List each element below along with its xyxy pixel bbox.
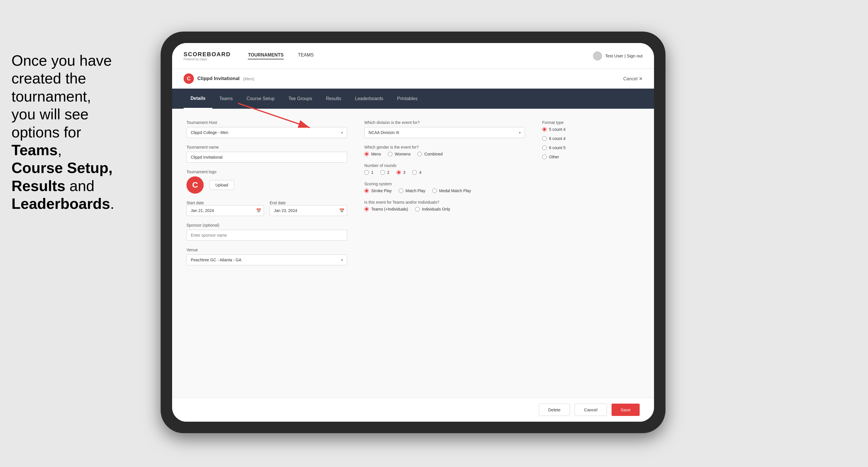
logo-upload-area: C Upload [186, 177, 347, 194]
nav-link-tournaments[interactable]: TOURNAMENTS [248, 53, 283, 59]
avatar [593, 51, 602, 61]
breadcrumb-tournament-name: Clippd Invitational [197, 76, 240, 82]
delete-button[interactable]: Delete [539, 404, 570, 416]
scoring-stroke[interactable]: Stroke Play [364, 188, 392, 193]
rounds-4-radio[interactable] [412, 170, 417, 175]
teams-plus-radio[interactable] [364, 207, 369, 211]
format-other-radio[interactable] [542, 155, 547, 159]
scoring-medal-match-radio[interactable] [432, 188, 437, 193]
gender-womens[interactable]: Womens [388, 152, 410, 156]
gender-mens-radio[interactable] [364, 152, 369, 156]
individuals-only-label: Individuals Only [422, 207, 451, 211]
user-sign-out[interactable]: Test User | Sign out [605, 53, 643, 58]
scoring-medal-match-label: Medal Match Play [439, 188, 471, 193]
division-group: Which division is the event for? NCAA Di… [364, 120, 525, 138]
cancel-button[interactable]: Cancel [575, 404, 607, 416]
gender-womens-radio[interactable] [388, 152, 393, 156]
format-6count4[interactable]: 6 count 4 [542, 136, 654, 141]
rounds-2[interactable]: 2 [380, 170, 390, 175]
tournament-host-group: Tournament Host Clippd College - Men [186, 120, 347, 138]
division-select-wrapper: NCAA Division III [364, 127, 525, 138]
format-radio-list: 5 count 4 6 count 4 6 count 5 [542, 127, 654, 159]
format-5count4[interactable]: 5 count 4 [542, 127, 654, 132]
scoring-match[interactable]: Match Play [399, 188, 425, 193]
left-text-course: Course Setup, [11, 159, 113, 176]
format-6count5-radio[interactable] [542, 146, 547, 150]
start-date-wrapper [186, 205, 264, 216]
rounds-4[interactable]: 4 [412, 170, 422, 175]
tab-tee-groups[interactable]: Tee Groups [281, 89, 319, 109]
nav-left: SCOREBOARD Powered by clippd TOURNAMENTS… [184, 51, 314, 61]
nav-link-teams[interactable]: TEAMS [298, 53, 314, 59]
start-date-input[interactable] [186, 205, 264, 216]
tab-details[interactable]: Details [184, 89, 212, 109]
format-other-label: Other [549, 155, 559, 159]
rounds-group: Number of rounds 1 2 [364, 163, 525, 175]
tournament-name-group: Tournament name [186, 145, 347, 163]
tablet-screen: SCOREBOARD Powered by clippd TOURNAMENTS… [172, 43, 654, 422]
gender-mens-label: Mens [371, 152, 381, 156]
sponsor-label: Sponsor (optional) [186, 223, 347, 227]
teams-group: Is this event for Teams and/or Individua… [364, 200, 525, 211]
gender-combined-radio[interactable] [417, 152, 422, 156]
rounds-1-label: 1 [371, 170, 373, 175]
scoring-stroke-label: Stroke Play [371, 188, 392, 193]
division-select[interactable]: NCAA Division III [364, 127, 525, 138]
tab-printables[interactable]: Printables [390, 89, 424, 109]
breadcrumb-cancel[interactable]: Cancel ✕ [623, 76, 643, 82]
scoring-stroke-radio[interactable] [364, 188, 369, 193]
left-text-and: and [65, 178, 94, 194]
rounds-1[interactable]: 1 [364, 170, 373, 175]
tournament-name-label: Tournament name [186, 145, 347, 150]
sponsor-input[interactable] [186, 230, 347, 241]
format-6count5-label: 6 count 5 [549, 146, 566, 150]
gender-label: Which gender is the event for? [364, 145, 525, 150]
rounds-3[interactable]: 3 [396, 170, 406, 175]
format-5count4-radio[interactable] [542, 127, 547, 132]
tab-course-setup[interactable]: Course Setup [240, 89, 282, 109]
scoring-medal-match[interactable]: Medal Match Play [432, 188, 471, 193]
upload-button[interactable]: Upload [209, 180, 234, 190]
scoring-match-radio[interactable] [399, 188, 403, 193]
teams-plus-label: Teams (+Individuals) [371, 207, 408, 211]
form-grid: Tournament Host Clippd College - Men Tou… [186, 120, 640, 266]
rounds-4-label: 4 [419, 170, 422, 175]
tournament-name-input[interactable] [186, 152, 347, 163]
format-other[interactable]: Other [542, 155, 654, 159]
tournament-host-select[interactable]: Clippd College - Men [186, 127, 347, 138]
tab-teams[interactable]: Teams [212, 89, 240, 109]
bottom-bar: Delete Cancel Save [172, 398, 654, 422]
end-date-input[interactable] [270, 205, 347, 216]
format-5count4-label: 5 count 4 [549, 127, 566, 132]
venue-select[interactable]: Peachtree GC - Atlanta - GA [186, 254, 347, 266]
rounds-3-radio[interactable] [396, 170, 401, 175]
rounds-2-label: 2 [387, 170, 390, 175]
left-text-teams: Teams [11, 142, 58, 158]
rounds-1-radio[interactable] [364, 170, 369, 175]
form-col-2: Which division is the event for? NCAA Di… [364, 120, 525, 266]
logo-preview: C [186, 177, 204, 194]
teams-label: Is this event for Teams and/or Individua… [364, 200, 525, 205]
format-6count4-radio[interactable] [542, 136, 547, 141]
rounds-2-radio[interactable] [380, 170, 385, 175]
format-6count5[interactable]: 6 count 5 [542, 146, 654, 150]
teams-plus-individuals[interactable]: Teams (+Individuals) [364, 207, 408, 211]
scoring-group: Scoring system Stroke Play Match Play [364, 182, 525, 193]
individuals-only[interactable]: Individuals Only [415, 207, 451, 211]
left-text-comma: , [58, 142, 62, 158]
gender-mens[interactable]: Mens [364, 152, 381, 156]
scoring-radio-group: Stroke Play Match Play Medal Match Play [364, 188, 525, 193]
breadcrumb-tournament-type: (Men) [243, 76, 254, 81]
tournament-logo-label: Tournament logo [186, 169, 347, 174]
format-6count4-label: 6 count 4 [549, 136, 566, 141]
gender-combined[interactable]: Combined [417, 152, 443, 156]
venue-group: Venue Peachtree GC - Atlanta - GA [186, 248, 347, 266]
logo-area: SCOREBOARD Powered by clippd [184, 51, 230, 61]
tab-leaderboards[interactable]: Leaderboards [348, 89, 391, 109]
individuals-only-radio[interactable] [415, 207, 420, 211]
tablet-device: SCOREBOARD Powered by clippd TOURNAMENTS… [161, 32, 665, 433]
teams-radio-group: Teams (+Individuals) Individuals Only [364, 207, 525, 211]
tabs-bar: Details Teams Course Setup Tee Groups Re… [172, 89, 654, 109]
tab-results[interactable]: Results [319, 89, 348, 109]
save-button[interactable]: Save [612, 404, 640, 416]
